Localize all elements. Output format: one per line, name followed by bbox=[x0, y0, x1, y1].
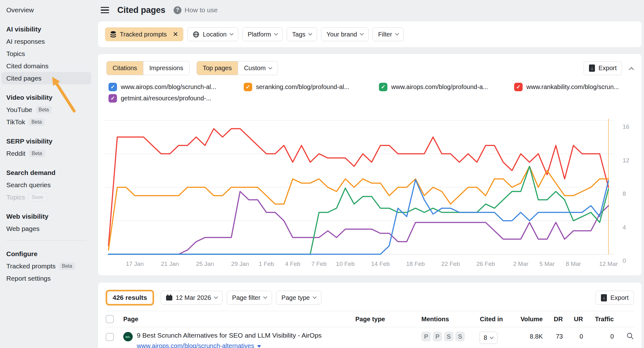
page-url-link[interactable]: www.airops.com/blog/scrunch-alternatives bbox=[137, 342, 322, 348]
mention-badge[interactable]: P bbox=[433, 332, 442, 341]
legend-item-airops-scrunch[interactable]: www.airops.com/blog/scrunch-al... bbox=[108, 82, 244, 92]
export-label: Export bbox=[610, 294, 629, 301]
main-content: Cited pages ? How to use Tracked prompts… bbox=[98, 0, 644, 348]
svg-text:26 Feb: 26 Feb bbox=[476, 261, 495, 267]
column-header-traffic[interactable]: Traffic bbox=[583, 316, 614, 323]
ur-cell: 0 bbox=[563, 332, 583, 340]
chevron-down-icon bbox=[263, 295, 267, 299]
sidebar-item-cited-domains[interactable]: Cited domains bbox=[1, 60, 91, 72]
cited-in-value: 8 bbox=[484, 334, 487, 341]
mentions-cell: P P S S bbox=[421, 332, 475, 341]
location-dropdown[interactable]: Location bbox=[187, 27, 238, 41]
help-icon[interactable]: ? bbox=[174, 6, 181, 14]
column-header-volume[interactable]: Volume bbox=[510, 316, 543, 323]
mention-badge[interactable]: P bbox=[421, 332, 431, 341]
collapse-chart-icon[interactable] bbox=[629, 67, 634, 72]
platform-dropdown[interactable]: Platform bbox=[242, 27, 283, 41]
menu-icon[interactable] bbox=[101, 5, 109, 15]
sidebar: Overview AI visibility AI responses Topi… bbox=[0, 0, 98, 348]
dropdown-label: Filter bbox=[378, 31, 392, 38]
sidebar-item-cited-pages[interactable]: Cited pages bbox=[1, 72, 91, 84]
column-header-cited-in[interactable]: Cited in bbox=[475, 316, 510, 323]
checkbox-checked-icon[interactable] bbox=[379, 83, 387, 91]
chevron-down-icon bbox=[214, 295, 218, 299]
sidebar-item-topics[interactable]: Topics bbox=[1, 48, 91, 60]
export-file-icon: ↓ bbox=[601, 294, 607, 301]
volume-cell: 8.8K bbox=[510, 332, 543, 340]
filter-bar: Tracked prompts ✕ Location Platform Tags bbox=[98, 21, 641, 47]
table-export-button[interactable]: ↓ Export bbox=[596, 291, 634, 305]
svg-text:2 Mar: 2 Mar bbox=[513, 261, 529, 267]
page-filter-dropdown[interactable]: Page filter bbox=[227, 291, 272, 305]
legend-item-getmint-profound[interactable]: getmint.ai/resources/profound-... bbox=[108, 93, 629, 103]
svg-text:4: 4 bbox=[623, 224, 626, 231]
remove-filter-icon[interactable]: ✕ bbox=[173, 31, 178, 38]
svg-text:25 Jan: 25 Jan bbox=[196, 261, 214, 267]
sidebar-section-ai-visibility: AI visibility bbox=[1, 23, 91, 35]
row-checkbox[interactable] bbox=[106, 333, 114, 341]
date-dropdown[interactable]: 12 Mar 2026 bbox=[161, 291, 223, 305]
chevron-down-icon bbox=[313, 295, 317, 299]
tracked-prompts-chip[interactable]: Tracked prompts ✕ bbox=[105, 27, 183, 41]
svg-text:0: 0 bbox=[623, 257, 626, 264]
legend-label: www.rankability.com/blog/scrun... bbox=[526, 83, 619, 91]
sidebar-item-tiktok[interactable]: TikTok Beta bbox=[1, 116, 91, 128]
legend-item-airops-profound[interactable]: www.airops.com/blog/profound-a... bbox=[379, 82, 514, 92]
sidebar-section-search-demand: Search demand bbox=[1, 166, 91, 179]
date-label: 12 Mar 2026 bbox=[176, 294, 211, 301]
sidebar-item-web-pages[interactable]: Web pages bbox=[1, 222, 91, 235]
select-all-checkbox[interactable] bbox=[106, 315, 114, 323]
sidebar-item-report-settings[interactable]: Report settings bbox=[1, 272, 91, 284]
citations-chart[interactable]: 161284017 Jan21 Jan25 Jan29 Jan1 Feb4 Fe… bbox=[98, 108, 641, 271]
tab-impressions[interactable]: Impressions bbox=[143, 61, 189, 75]
cited-in-dropdown[interactable]: 8 bbox=[479, 332, 497, 344]
tags-dropdown[interactable]: Tags bbox=[287, 27, 317, 41]
sidebar-divider bbox=[6, 240, 86, 241]
checkbox-checked-icon[interactable] bbox=[108, 83, 117, 91]
svg-text:5 Mar: 5 Mar bbox=[539, 261, 555, 267]
sidebar-item-tracked-prompts[interactable]: Tracked prompts Beta bbox=[1, 260, 91, 272]
search-icon[interactable] bbox=[626, 332, 634, 341]
how-to-use-link[interactable]: How to use bbox=[185, 6, 218, 14]
sidebar-item-label: Reddit bbox=[6, 150, 25, 157]
chip-label: Tracked prompts bbox=[120, 31, 167, 38]
column-header-dr[interactable]: DR bbox=[543, 316, 563, 323]
results-card: 426 results 12 Mar 2026 Page filter Page… bbox=[98, 283, 641, 348]
beta-badge: Beta bbox=[29, 150, 45, 157]
svg-text:18 Feb: 18 Feb bbox=[406, 261, 425, 267]
checkbox-checked-icon[interactable] bbox=[108, 94, 117, 103]
chevron-down-icon bbox=[360, 31, 364, 36]
sidebar-item-overview[interactable]: Overview bbox=[1, 4, 91, 16]
chart-export-button[interactable]: ↓ Export bbox=[584, 61, 622, 75]
url-caret-icon bbox=[257, 345, 261, 348]
sidebar-item-youtube[interactable]: YouTube Beta bbox=[1, 104, 91, 116]
sidebar-item-search-queries[interactable]: Search queries bbox=[1, 179, 91, 191]
your-brand-dropdown[interactable]: Your brand bbox=[321, 27, 369, 41]
tab-top-pages[interactable]: Top pages bbox=[197, 61, 238, 75]
svg-text:29 Jan: 29 Jan bbox=[231, 261, 249, 267]
sidebar-item-label: Tracked prompts bbox=[6, 262, 56, 270]
legend-item-rankability-scrunch[interactable]: www.rankability.com/blog/scrun... bbox=[514, 82, 619, 92]
sidebar-item-ai-responses[interactable]: AI responses bbox=[1, 35, 91, 48]
tab-citations[interactable]: Citations bbox=[107, 61, 143, 75]
page-header: Cited pages ? How to use bbox=[98, 0, 641, 20]
mention-badge[interactable]: S bbox=[444, 332, 453, 341]
page-type-dropdown[interactable]: Page type bbox=[276, 291, 321, 305]
checkbox-checked-icon[interactable] bbox=[514, 83, 523, 91]
sidebar-item-topics-soon: Topics Soon bbox=[1, 191, 91, 203]
tab-custom[interactable]: Custom bbox=[238, 61, 278, 75]
checkbox-checked-icon[interactable] bbox=[244, 83, 252, 91]
column-header-page[interactable]: Page bbox=[123, 316, 355, 323]
svg-text:1 Feb: 1 Feb bbox=[259, 261, 274, 267]
sidebar-item-reddit[interactable]: Reddit Beta bbox=[1, 147, 91, 160]
column-header-mentions[interactable]: Mentions bbox=[421, 316, 475, 323]
filter-dropdown[interactable]: Filter bbox=[373, 27, 403, 41]
legend-item-seranking-profound[interactable]: seranking.com/blog/profound-al... bbox=[244, 82, 379, 92]
column-header-page-type[interactable]: Page type bbox=[355, 316, 421, 323]
database-icon bbox=[110, 31, 116, 38]
mention-badge[interactable]: S bbox=[455, 332, 465, 341]
sidebar-item-label: YouTube bbox=[6, 106, 32, 114]
column-header-ur[interactable]: UR bbox=[563, 316, 583, 323]
beta-badge: Beta bbox=[36, 106, 52, 114]
view-tabs: Top pages Custom bbox=[197, 61, 278, 75]
